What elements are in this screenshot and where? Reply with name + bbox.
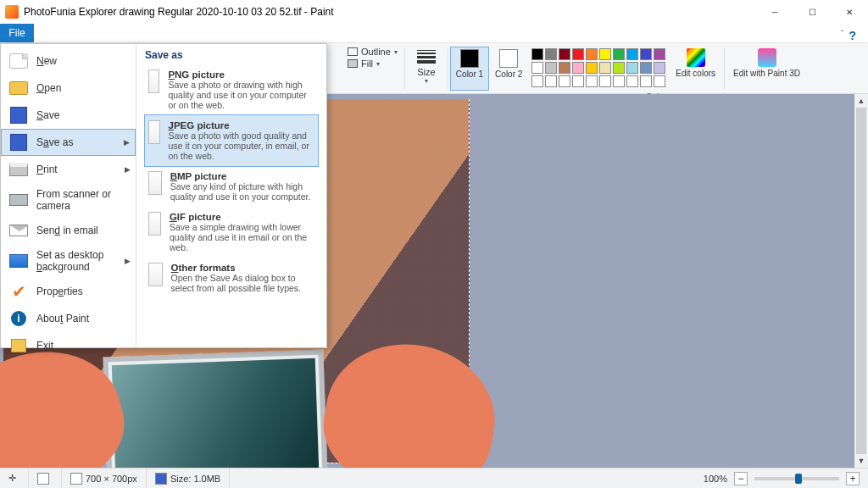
- palette-swatch[interactable]: [559, 48, 570, 60]
- saveas-option-title: GIF picture: [170, 212, 314, 222]
- close-button[interactable]: ✕: [831, 0, 868, 24]
- window-title: PhotoFunia Explorer drawing Regular 2020…: [24, 6, 756, 18]
- saveas-option-meta: BMP pictureSave any kind of picture with…: [170, 171, 314, 202]
- palette-swatch[interactable]: [531, 48, 543, 60]
- file-menu-item-about-paint[interactable]: iAbout Paint: [1, 305, 136, 332]
- saveas-option-png-picture[interactable]: PNG pictureSave a photo or drawing with …: [145, 64, 318, 115]
- palette-swatch[interactable]: [545, 75, 557, 87]
- saveas-option-desc: Open the Save As dialog box to select fr…: [171, 273, 301, 293]
- palette-swatch[interactable]: [572, 62, 584, 74]
- file-menu-item-label: Set as desktop background: [36, 249, 127, 273]
- color-2-button[interactable]: Color 2: [489, 47, 528, 91]
- app-icon: [5, 5, 19, 19]
- zoom-slider-knob[interactable]: [795, 474, 802, 484]
- palette-swatch[interactable]: [599, 75, 611, 87]
- saveas-option-meta: Other formatsOpen the Save As dialog box…: [171, 263, 314, 293]
- palette-swatch[interactable]: [640, 48, 652, 60]
- file-menu-item-save-as[interactable]: Save as▶: [1, 129, 136, 156]
- palette-swatch[interactable]: [559, 62, 570, 74]
- palette-swatch[interactable]: [626, 48, 638, 60]
- disk-icon: [155, 473, 167, 485]
- fill-button[interactable]: Fill ▾: [348, 58, 398, 69]
- palette-swatch[interactable]: [599, 62, 611, 74]
- palette-swatch[interactable]: [586, 62, 598, 74]
- saveas-option-jpeg-picture[interactable]: JPEG pictureSave a photo with good quali…: [145, 115, 318, 166]
- saveas-option-bmp-picture[interactable]: BMP pictureSave any kind of picture with…: [145, 166, 318, 207]
- dimensions-icon: [70, 473, 82, 485]
- saveas-option-gif-picture[interactable]: GIF pictureSave a simple drawing with lo…: [145, 207, 318, 258]
- paint3d-label: Edit with Paint 3D: [733, 69, 800, 78]
- saveas-option-other-formats[interactable]: Other formatsOpen the Save As dialog box…: [145, 258, 318, 298]
- submenu-arrow-icon: ▶: [124, 138, 130, 147]
- file-menu-item-icon: [9, 80, 28, 97]
- palette-swatch[interactable]: [572, 75, 584, 87]
- statusbar: ✛ 700 × 700px Size: 1.0MB 100% − +: [0, 468, 868, 488]
- saveas-option-desc: Save a photo or drawing with high qualit…: [168, 80, 306, 110]
- cursor-icon: ✛: [8, 473, 16, 484]
- palette-swatch[interactable]: [626, 62, 638, 74]
- color-1-swatch: [460, 49, 479, 68]
- saveas-option-desc: Save a simple drawing with lower quality…: [170, 222, 307, 252]
- size-button[interactable]: Size ▾: [412, 47, 441, 86]
- file-menu-item-label: New: [36, 55, 57, 67]
- palette-swatch[interactable]: [640, 62, 652, 74]
- palette-swatch[interactable]: [586, 75, 598, 87]
- file-menu-item-label: Exit: [36, 340, 53, 352]
- palette-swatch[interactable]: [531, 75, 543, 87]
- file-menu-item-properties[interactable]: ✔Properties: [1, 278, 136, 305]
- zoom-out-button[interactable]: −: [734, 472, 748, 485]
- palette-swatch[interactable]: [654, 75, 665, 87]
- file-menu-item-set-as-desktop-background[interactable]: Set as desktop background▶: [1, 244, 136, 278]
- file-menu-item-exit[interactable]: Exit: [1, 332, 136, 359]
- outline-button[interactable]: Outline ▾: [348, 47, 398, 57]
- zoom-in-button[interactable]: +: [846, 472, 860, 485]
- file-tab[interactable]: File: [0, 24, 34, 42]
- palette-swatch[interactable]: [531, 62, 543, 74]
- palette-swatch[interactable]: [626, 75, 638, 87]
- color-palette[interactable]: [528, 47, 669, 91]
- palette-swatch[interactable]: [640, 75, 652, 87]
- edit-with-paint3d-button[interactable]: Edit with Paint 3D: [726, 47, 807, 91]
- saveas-option-meta: PNG pictureSave a photo or drawing with …: [168, 69, 314, 110]
- image-book: [103, 350, 327, 468]
- palette-swatch[interactable]: [586, 48, 598, 60]
- file-menu-item-open[interactable]: Open: [1, 75, 136, 102]
- file-menu-item-save[interactable]: Save: [1, 102, 136, 129]
- edit-colors-button[interactable]: Edit colors: [669, 47, 722, 91]
- saveas-option-icon: [148, 69, 159, 93]
- ribbon-minimize-icon[interactable]: ˇ: [841, 29, 844, 39]
- help-icon[interactable]: ?: [849, 29, 856, 42]
- file-menu-item-from-scanner-or-camera[interactable]: From scanner or camera: [1, 183, 136, 217]
- scroll-thumb[interactable]: [856, 108, 866, 454]
- palette-swatch[interactable]: [654, 48, 665, 60]
- palette-swatch[interactable]: [572, 48, 584, 60]
- palette-swatch[interactable]: [545, 62, 557, 74]
- file-menu-item-label: Save as: [36, 136, 73, 148]
- file-menu-item-send-in-email[interactable]: Send in email: [1, 217, 136, 244]
- shapes-outline-fill: Outline ▾ Fill ▾: [342, 47, 403, 93]
- zoom-slider[interactable]: [754, 477, 839, 480]
- maximize-button[interactable]: ☐: [793, 0, 831, 24]
- palette-swatch[interactable]: [599, 48, 611, 60]
- vertical-scrollbar[interactable]: ▲ ▼: [854, 94, 868, 468]
- cursor-position: ✛: [0, 469, 29, 488]
- menubar: File ˇ ?: [0, 24, 868, 43]
- palette-swatch[interactable]: [559, 75, 570, 87]
- outline-label: Outline: [361, 47, 391, 57]
- scroll-up-arrow[interactable]: ▲: [854, 94, 868, 108]
- file-menu-item-new[interactable]: New: [1, 47, 136, 75]
- palette-swatch[interactable]: [613, 75, 625, 87]
- saveas-option-title: PNG picture: [168, 69, 314, 80]
- saveas-option-title: Other formats: [171, 263, 314, 273]
- color-1-button[interactable]: Color 1: [450, 47, 489, 91]
- palette-swatch[interactable]: [613, 48, 625, 60]
- file-menu-item-print[interactable]: Print▶: [1, 156, 136, 183]
- palette-swatch[interactable]: [654, 62, 665, 74]
- palette-swatch[interactable]: [613, 62, 625, 74]
- file-size: Size: 1.0MB: [147, 469, 230, 488]
- minimize-button[interactable]: ─: [756, 0, 793, 24]
- scroll-down-arrow[interactable]: ▼: [854, 454, 868, 468]
- palette-swatch[interactable]: [545, 48, 557, 60]
- submenu-arrow-icon: ▶: [125, 257, 131, 265]
- saveas-option-title: JPEG picture: [169, 120, 315, 130]
